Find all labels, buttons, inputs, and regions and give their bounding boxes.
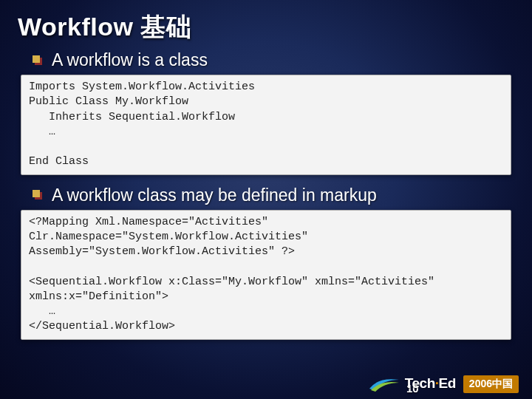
- bullet-text: A workflow is a class: [52, 50, 208, 70]
- slide: Workflow 基础 A workflow is a class Import…: [0, 0, 532, 399]
- bullet-icon: [33, 190, 43, 200]
- footer: Tech·Ed 2006中国: [368, 377, 519, 395]
- svg-rect-3: [33, 190, 40, 197]
- code-block: Imports System.Workflow.Activities Publi…: [21, 75, 511, 175]
- year-badge: 2006中国: [463, 375, 519, 393]
- bullet-text: A workflow class may be defined in marku…: [52, 185, 377, 205]
- code-block: <?Mapping Xml.Namespace="Activities" Clr…: [21, 210, 511, 340]
- swoosh-icon: [368, 375, 400, 392]
- bullet-row: A workflow class may be defined in marku…: [33, 185, 514, 205]
- bullet-row: A workflow is a class: [33, 50, 514, 70]
- brand-name: Tech·Ed: [405, 375, 456, 392]
- brand-post: Ed: [439, 375, 456, 391]
- slide-title: Workflow 基础: [18, 10, 514, 44]
- bullet-icon: [33, 55, 43, 66]
- svg-rect-1: [33, 55, 40, 63]
- brand-logo: Tech·Ed: [368, 375, 456, 392]
- brand-pre: Tech: [405, 375, 435, 391]
